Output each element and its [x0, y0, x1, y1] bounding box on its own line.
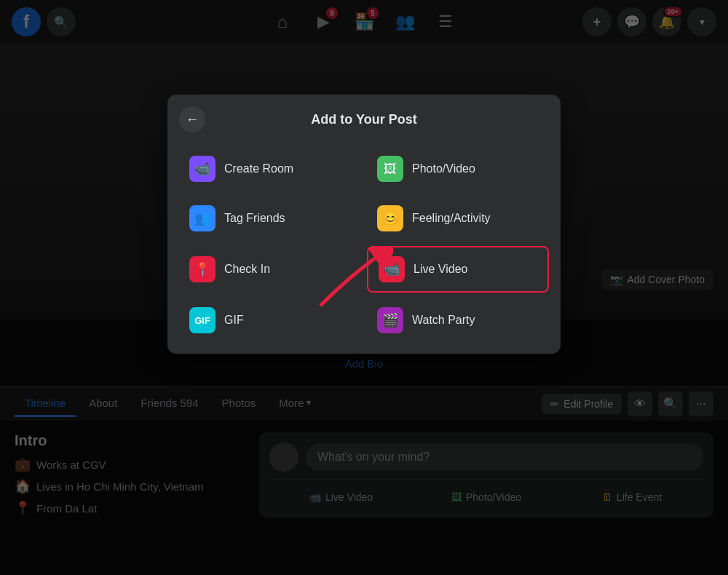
- gif-label: GIF: [224, 314, 244, 327]
- add-to-post-modal: ← Add to Your Post 📹 Create Room 🖼 Photo…: [167, 95, 561, 354]
- gif-icon: GIF: [189, 307, 215, 333]
- photo-video-icon: 🖼: [377, 156, 403, 182]
- watch-party-label: Watch Party: [412, 314, 475, 327]
- live-video-label: Live Video: [414, 263, 467, 276]
- photo-video-item[interactable]: 🖼 Photo/Video: [367, 147, 549, 191]
- photo-video-label: Photo/Video: [412, 162, 475, 175]
- create-room-icon: 📹: [189, 156, 215, 182]
- create-room-item[interactable]: 📹 Create Room: [179, 147, 361, 191]
- check-in-icon: 📍: [189, 256, 215, 282]
- create-room-label: Create Room: [224, 162, 293, 175]
- tag-friends-icon: 👥: [189, 205, 215, 231]
- red-arrow-indicator: [306, 247, 393, 313]
- tag-friends-item[interactable]: 👥 Tag Friends: [179, 197, 361, 240]
- tag-friends-label: Tag Friends: [224, 212, 285, 225]
- watch-party-item[interactable]: 🎬 Watch Party: [367, 298, 549, 342]
- live-video-item[interactable]: 📹 Live Video: [367, 246, 549, 293]
- modal-header: ← Add to Your Post: [179, 106, 549, 132]
- modal-title: Add to Your Post: [311, 112, 416, 127]
- back-arrow-icon: ←: [186, 112, 199, 127]
- feeling-label: Feeling/Activity: [412, 212, 491, 225]
- modal-back-button[interactable]: ←: [179, 106, 205, 132]
- check-in-label: Check In: [224, 263, 270, 276]
- feeling-icon: 😊: [377, 205, 403, 231]
- feeling-activity-item[interactable]: 😊 Feeling/Activity: [367, 197, 549, 240]
